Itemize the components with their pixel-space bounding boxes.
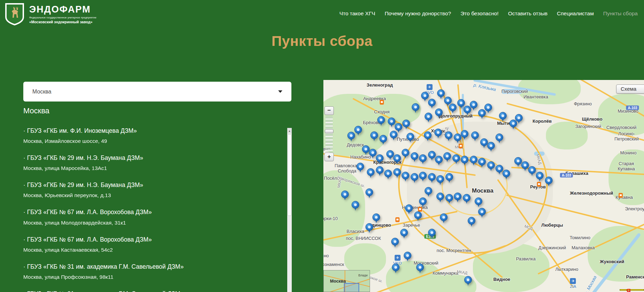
map-placemark-pin[interactable] xyxy=(425,187,432,197)
map-placemark-pin[interactable] xyxy=(487,142,495,152)
map-placemark-pin[interactable] xyxy=(347,132,355,142)
map-placemark-pin[interactable] xyxy=(443,152,451,163)
map-placemark-pin[interactable] xyxy=(388,117,395,128)
scrollbar-thumb[interactable] xyxy=(288,134,291,216)
map-placemark-pin[interactable] xyxy=(367,168,375,179)
map-placemark-pin[interactable] xyxy=(471,131,479,142)
map-placemark-pin[interactable] xyxy=(386,150,394,161)
map-placemark-pin[interactable] xyxy=(406,133,414,143)
map-placemark-pin[interactable] xyxy=(545,177,553,187)
map-placemark-pin[interactable] xyxy=(454,133,461,144)
map-placemark-pin[interactable] xyxy=(402,120,410,130)
map-placemark-pin[interactable] xyxy=(461,156,468,166)
map-placemark-pin[interactable] xyxy=(484,104,492,114)
map-placemark-pin[interactable] xyxy=(428,99,436,109)
map-placemark-pin[interactable] xyxy=(377,116,385,127)
map-placemark-pin[interactable] xyxy=(370,131,378,142)
map-placemark-pin[interactable] xyxy=(445,194,453,204)
map-placemark-pin[interactable] xyxy=(372,213,380,224)
map-placemark-pin[interactable] xyxy=(496,133,503,144)
map-placemark-pin[interactable] xyxy=(502,170,510,180)
map-placemark-pin[interactable] xyxy=(463,194,470,204)
map-placemark-pin[interactable] xyxy=(405,204,413,215)
map-placemark-pin[interactable] xyxy=(470,156,477,166)
map-placemark-pin[interactable] xyxy=(445,131,452,142)
nav-item-specialists[interactable]: Специалистам xyxy=(557,10,594,17)
map-placemark-pin[interactable] xyxy=(425,113,432,123)
map-placemark-pin[interactable] xyxy=(454,193,461,203)
map-placemark-pin[interactable] xyxy=(499,112,507,122)
map-placemark-pin[interactable] xyxy=(356,163,364,173)
map-placemark-pin[interactable] xyxy=(428,151,436,161)
map-placemark-pin[interactable] xyxy=(514,157,522,168)
map-placemark-pin[interactable] xyxy=(536,172,544,182)
list-scrollbar[interactable]: ▲ xyxy=(287,128,292,292)
nav-item-why-donate[interactable]: Почему нужно донорство? xyxy=(385,10,451,17)
map-placemark-pin[interactable] xyxy=(369,149,377,159)
map-placemark-pin[interactable] xyxy=(461,130,468,140)
map-placemark-pin[interactable] xyxy=(478,158,486,168)
map-placemark-pin[interactable] xyxy=(424,131,432,142)
map-placemark-pin[interactable] xyxy=(404,252,411,262)
map-placemark-pin[interactable] xyxy=(480,138,488,149)
map-placemark-pin[interactable] xyxy=(376,154,384,165)
map-placemark-pin[interactable] xyxy=(436,193,444,203)
map-placemark-pin[interactable] xyxy=(393,168,401,179)
nav-item-collection-points[interactable]: Пункты сбора xyxy=(603,10,638,17)
map-placemark-pin[interactable] xyxy=(449,104,457,114)
map-layer-button[interactable]: Схема xyxy=(616,84,644,94)
map-placemark-pin[interactable] xyxy=(352,201,359,211)
scroll-up-button[interactable]: ▲ xyxy=(287,128,292,133)
map-placemark-pin[interactable] xyxy=(434,129,442,139)
map-placemark-pin[interactable] xyxy=(412,103,419,114)
yandex-map[interactable]: ЗеленоградАндреевкаСходняБрёховоПироговс… xyxy=(323,80,644,292)
nav-item-safety[interactable]: Это безопасно! xyxy=(460,10,499,17)
map-placemark-pin[interactable] xyxy=(365,223,373,234)
map-placemark-pin[interactable] xyxy=(414,211,422,222)
map-placemark-pin[interactable] xyxy=(411,173,418,184)
map-placemark-pin[interactable] xyxy=(487,161,495,172)
nav-item-feedback[interactable]: Оставить отзыв xyxy=(508,10,548,17)
map-placemark-pin[interactable] xyxy=(435,108,443,119)
map-placemark-pin[interactable] xyxy=(365,188,373,199)
map-placemark-pin[interactable] xyxy=(402,172,409,182)
map-placemark-pin[interactable] xyxy=(384,170,392,180)
map-placemark-pin[interactable] xyxy=(376,166,384,177)
map-placemark-pin[interactable] xyxy=(419,197,427,208)
zoom-in-button[interactable]: + xyxy=(324,153,334,161)
map-placemark-pin[interactable] xyxy=(445,173,453,184)
map-placemark-pin[interactable] xyxy=(464,276,472,286)
map-placemark-pin[interactable] xyxy=(515,114,523,124)
map-placemark-pin[interactable] xyxy=(354,126,362,136)
map-placemark-pin[interactable] xyxy=(419,172,427,182)
map-placemark-pin[interactable] xyxy=(390,131,397,141)
map-placemark-pin[interactable] xyxy=(393,154,401,165)
map-placemark-pin[interactable] xyxy=(435,156,443,166)
city-select[interactable]: Москва xyxy=(23,82,291,102)
map-placemark-pin[interactable] xyxy=(402,149,409,159)
map-placemark-pin[interactable] xyxy=(421,92,429,102)
map-placemark-pin[interactable] xyxy=(341,190,349,201)
map-placemark-pin[interactable] xyxy=(391,238,399,248)
zoom-slider-track[interactable] xyxy=(325,116,333,152)
map-placemark-pin[interactable] xyxy=(379,135,387,145)
map-placemark-pin[interactable] xyxy=(419,154,427,165)
map-placemark-pin[interactable] xyxy=(428,173,436,184)
map-placemark-pin[interactable] xyxy=(521,161,529,172)
nav-item-what-is-hcg[interactable]: Что такое ХГЧ xyxy=(339,10,375,17)
map-placemark-pin[interactable] xyxy=(452,154,460,165)
map-placemark-pin[interactable] xyxy=(362,145,370,156)
map-placemark-pin[interactable] xyxy=(528,166,536,177)
map-placemark-pin[interactable] xyxy=(416,263,424,274)
map-placemark-pin[interactable] xyxy=(436,175,444,186)
map-placemark-pin[interactable] xyxy=(468,217,475,227)
map-placemark-pin[interactable] xyxy=(496,165,503,175)
map-placemark-pin[interactable] xyxy=(392,263,400,274)
logo[interactable]: ЭНДОФАРМ Федеральное государственное уни… xyxy=(5,3,96,26)
minimap-viewport[interactable] xyxy=(344,283,359,292)
map-placemark-pin[interactable] xyxy=(440,213,448,224)
map-placemark-pin[interactable] xyxy=(400,229,408,239)
map-placemark-pin[interactable] xyxy=(411,152,418,163)
map-placemark-pin[interactable] xyxy=(475,197,482,208)
overview-minimap[interactable]: Москва Влади xyxy=(323,270,370,292)
